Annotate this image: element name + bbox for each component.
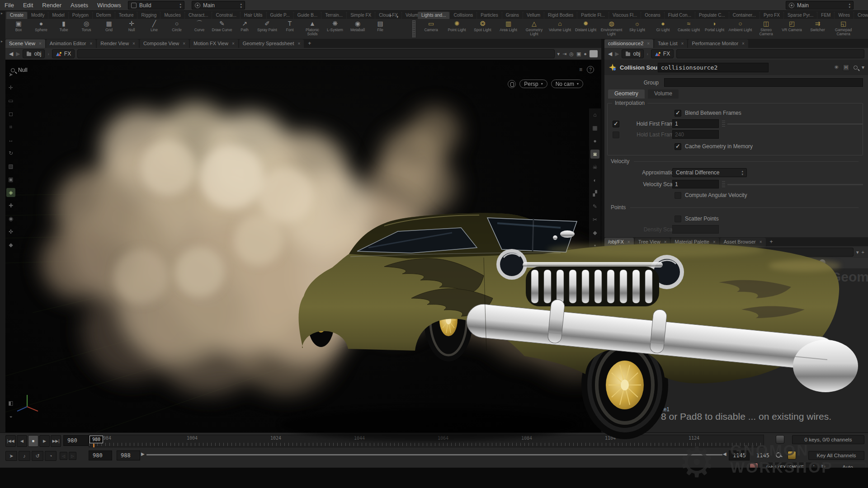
spinner-icon[interactable]: ▴▾: [849, 2, 850, 9]
pane-tab[interactable]: collisionsource2×: [604, 39, 653, 48]
pane-tab[interactable]: Performance Monitor×: [688, 39, 748, 48]
back-icon[interactable]: ◀: [608, 249, 612, 255]
notes-icon[interactable]: [778, 259, 784, 266]
cache-checkbox[interactable]: [675, 143, 681, 150]
node-flag[interactable]: [766, 276, 768, 280]
dots-grid-icon[interactable]: [767, 259, 774, 266]
transport-button[interactable]: ■: [28, 435, 38, 447]
pane-tab[interactable]: Geometry Spreadsheet×: [239, 39, 304, 48]
hold-first-slider[interactable]: [727, 123, 863, 125]
range-slider[interactable]: [146, 454, 722, 455]
chevron-down-icon[interactable]: ▾: [395, 15, 400, 19]
node-blast5[interactable]: [764, 274, 793, 282]
shelf-grip[interactable]: [412, 20, 415, 38]
chevron-down-icon[interactable]: ▾: [557, 51, 560, 57]
close-tab-icon[interactable]: ×: [90, 39, 92, 48]
pin-icon[interactable]: ⇥: [562, 51, 566, 57]
shelf-tab[interactable]: Model: [48, 12, 68, 19]
viewport-display-icon[interactable]: ✓: [590, 254, 599, 263]
shelf-tab[interactable]: Terrain...: [321, 12, 346, 19]
viewport-display-icon[interactable]: ▞: [590, 189, 599, 198]
shelf-tool[interactable]: ▲Platonic Solids: [301, 19, 324, 38]
shelf-tool[interactable]: △Geometry Light: [521, 19, 547, 38]
viewport-tool-icon[interactable]: ▧: [6, 162, 15, 171]
shelf-tool[interactable]: ▦Grid: [98, 19, 120, 38]
shelf-tab[interactable]: Rigging: [137, 12, 160, 19]
radar-icon[interactable]: ◎: [569, 51, 574, 57]
menu-item[interactable]: File: [0, 0, 19, 11]
close-tab-icon[interactable]: ×: [742, 39, 745, 48]
playbar-option-button[interactable]: ♪: [19, 451, 30, 461]
network-menu-item[interactable]: View: [665, 260, 684, 267]
shelf-tool[interactable]: ●Sphere: [30, 19, 52, 38]
shelf-tab[interactable]: Rigid Bodies: [544, 12, 577, 19]
menu-item[interactable]: Render: [38, 0, 66, 11]
shelf-tool[interactable]: ◫Stereo Camera: [753, 19, 779, 38]
viewport-display-icon[interactable]: ☠: [590, 163, 599, 172]
viewport-tool-icon[interactable]: ↻: [6, 149, 15, 158]
blend-checkbox[interactable]: [675, 110, 681, 117]
node-name-field[interactable]: collisionsource2: [658, 63, 769, 72]
help-icon[interactable]: ?: [587, 66, 594, 73]
path-fx-chip[interactable]: FX: [651, 49, 674, 58]
viewport-display-icon[interactable]: ●: [590, 136, 599, 145]
transport-button[interactable]: ▶: [39, 435, 50, 447]
shelf-tool[interactable]: ◱Gamepad Camera: [830, 19, 856, 38]
shelf-tab[interactable]: Populate C...: [695, 12, 729, 19]
chevron-down-icon[interactable]: ▾: [862, 64, 864, 70]
shelf-tab[interactable]: Lights and...: [418, 12, 449, 19]
scheme-combo[interactable]: Main ▴▾: [192, 1, 245, 9]
close-tab-icon[interactable]: ×: [664, 238, 667, 246]
path-input[interactable]: [676, 49, 864, 58]
close-tab-icon[interactable]: ×: [681, 39, 684, 48]
shelf-tool[interactable]: ○Ambient Light: [727, 19, 753, 38]
viewport-tool-icon[interactable]: ➤: [6, 70, 15, 79]
new-note-icon[interactable]: [798, 259, 805, 266]
shelf-tool[interactable]: ◗Portal Light: [702, 19, 727, 38]
shelf-tab[interactable]: Sparse Pyr...: [784, 12, 817, 19]
shelf-tab[interactable]: Fluid Con...: [665, 12, 695, 19]
current-frame-marker[interactable]: 980: [90, 436, 103, 443]
close-tab-icon[interactable]: ×: [132, 39, 135, 48]
path-fx-chip[interactable]: FX: [651, 248, 674, 257]
pane-tab[interactable]: Tree View×: [635, 238, 670, 246]
range-slider-right-handle[interactable]: ◀: [723, 451, 726, 456]
viewport-tool-icon[interactable]: ✜: [6, 227, 15, 236]
velocity-scale-slider[interactable]: [727, 184, 863, 185]
pane-tab[interactable]: Material Palette×: [671, 238, 719, 246]
timeline-ruler[interactable]: 9841004102410441064108411041124: [89, 435, 764, 447]
folder-icon[interactable]: [809, 259, 815, 266]
shelf-tool[interactable]: ✺Point Light: [444, 19, 470, 38]
node-flag[interactable]: [775, 276, 778, 280]
scatter-checkbox[interactable]: [675, 216, 681, 222]
viewport-tool-icon[interactable]: ◉: [6, 214, 15, 223]
viewport-tool-icon[interactable]: ◆: [6, 240, 15, 249]
shelf-tool[interactable]: ╱Line: [143, 19, 165, 38]
path-input[interactable]: [676, 248, 854, 257]
menu-item[interactable]: Edit: [19, 0, 38, 11]
shelf-tab[interactable]: Charact...: [185, 12, 212, 19]
shelf-tab[interactable]: Particle Fl...: [577, 12, 609, 19]
pane-tab[interactable]: Composite View×: [140, 39, 189, 48]
viewport-display-icon[interactable]: ✂: [590, 215, 599, 224]
desktop-combo-right[interactable]: Main ▴▾: [786, 1, 854, 9]
layers-icon[interactable]: [746, 259, 753, 266]
shelf-tab[interactable]: Particles: [477, 12, 501, 19]
close-tab-icon[interactable]: ×: [232, 39, 235, 48]
shelf-tab[interactable]: Guide P...: [267, 12, 293, 19]
network-menu-item[interactable]: Go: [649, 260, 664, 267]
tools-icon[interactable]: [726, 259, 732, 266]
shelf-tool[interactable]: ⇉Switcher: [805, 19, 830, 38]
shelf-tab[interactable]: Vellum: [523, 12, 544, 19]
shelf-tab[interactable]: Muscles: [160, 12, 184, 19]
network-canvas[interactable]: Geometry Edition blast5 not 0-4 rt3 ert3…: [604, 268, 868, 432]
transport-button[interactable]: ◀: [17, 435, 27, 447]
ladder-handle[interactable]: [722, 121, 725, 127]
cube-display-icon[interactable]: ▣: [576, 51, 581, 57]
viewport-display-icon[interactable]: ◐: [590, 176, 599, 185]
camera-pill[interactable]: No cam▾: [551, 80, 583, 88]
spinner-icon[interactable]: ▴▾: [179, 2, 181, 9]
shelf-tool[interactable]: ◍Environment Light: [599, 19, 624, 38]
shelf-tool[interactable]: ▤File: [369, 19, 392, 38]
houdini-help-icon[interactable]: H: [843, 64, 849, 71]
